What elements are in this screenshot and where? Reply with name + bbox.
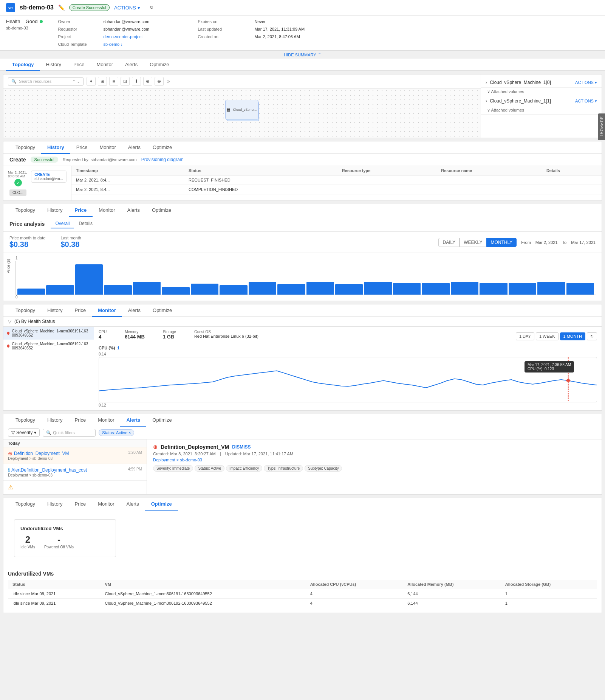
- optimize-tab-alerts[interactable]: Alerts: [120, 498, 145, 511]
- monitor-tab-alerts[interactable]: Alerts: [122, 304, 147, 317]
- topology-zoom-in-icon[interactable]: ⊕: [143, 77, 152, 86]
- alerts-tab-topology[interactable]: Topology: [9, 414, 41, 427]
- alert-0-header: ⊕ Definition_Deployment_VM: [8, 450, 128, 456]
- optimize-tab-optimize[interactable]: Optimize: [145, 498, 178, 511]
- provisioning-diagram-link[interactable]: Provisioning diagram: [141, 157, 184, 162]
- edit-icon[interactable]: ✏️: [58, 5, 65, 11]
- topology-zoom-out-icon[interactable]: ⊖: [155, 77, 164, 86]
- optimize-tab-topology[interactable]: Topology: [9, 498, 41, 511]
- history-row-0-type: [337, 175, 437, 185]
- alert-deployment-link[interactable]: Deployment > sb-demo-03: [153, 458, 596, 462]
- severity-filter-btn[interactable]: ▽ Severity ▾: [8, 428, 40, 437]
- tab-optimize[interactable]: Optimize: [144, 59, 175, 71]
- optimize-table: Status VM Allocated CPU (vCPUs) Allocate…: [8, 580, 597, 608]
- dismiss-button[interactable]: DISMISS: [232, 444, 251, 450]
- powered-off-label: Powered Off VMs: [44, 545, 74, 549]
- vm-list-item-1[interactable]: Cloud_vSphere_Machine_1-mcm306192-163009…: [3, 340, 94, 352]
- tab-monitor[interactable]: Monitor: [91, 59, 119, 71]
- tab-history[interactable]: History: [40, 59, 67, 71]
- price-tab-price[interactable]: Price: [69, 204, 93, 217]
- alerts-tab-history[interactable]: History: [41, 414, 68, 427]
- tooltip-value: CPU (%): 0.123: [528, 367, 571, 371]
- tab-topology[interactable]: Topology: [6, 59, 40, 71]
- topology-image-icon[interactable]: ⊡: [121, 77, 130, 86]
- close-button[interactable]: CLO...: [9, 189, 26, 196]
- price-tab-monitor[interactable]: Monitor: [93, 204, 121, 217]
- topology-expand-icon[interactable]: »: [167, 78, 170, 85]
- expires-val: Never: [254, 19, 349, 25]
- time-btn-1week[interactable]: 1 WEEK: [536, 332, 559, 340]
- history-col-details: Details: [542, 166, 602, 175]
- topology-download-icon[interactable]: ⬇: [132, 77, 141, 86]
- period-monthly-btn[interactable]: MONTHLY: [486, 238, 517, 247]
- alerts-tab-price[interactable]: Price: [69, 414, 92, 427]
- price-subtab-details[interactable]: Details: [74, 219, 97, 228]
- price-tab-history[interactable]: History: [41, 204, 68, 217]
- price-bar-11: [335, 284, 363, 295]
- topology-node-icon[interactable]: ✦: [87, 77, 96, 86]
- period-weekly-btn[interactable]: WEEKLY: [460, 238, 486, 247]
- history-tab-topology[interactable]: Topology: [9, 141, 41, 154]
- history-row-0-timestamp: Mar 2, 2021, 8:4...: [71, 175, 184, 185]
- cpu-label: CPU: [99, 330, 107, 334]
- history-tab-price[interactable]: Price: [70, 141, 94, 154]
- alert-sub-1: Deployment > sb-demo-03: [8, 473, 142, 477]
- monitor-tab-price[interactable]: Price: [69, 304, 92, 317]
- memory-val: 6144 MB: [125, 334, 145, 340]
- price-tab-alerts[interactable]: Alerts: [121, 204, 146, 217]
- history-row-0: Mar 2, 2021, 8:4... REQUEST_FINISHED: [71, 175, 602, 185]
- monitor-tab-optimize[interactable]: Optimize: [147, 304, 178, 317]
- alerts-tab-monitor[interactable]: Monitor: [92, 414, 120, 427]
- topology-icon-group: ✦ ⊞ ≡ ⊡ ⬇ ⊕ ⊖: [87, 77, 164, 86]
- support-tab[interactable]: SUPPORT: [598, 113, 605, 140]
- refresh-icon[interactable]: ↻: [150, 5, 153, 10]
- time-btn-1day[interactable]: 1 DAY: [516, 332, 534, 340]
- hide-summary-button[interactable]: HIDE SUMMARY ⌃: [0, 51, 605, 59]
- history-tab-optimize[interactable]: Optimize: [147, 141, 178, 154]
- alert-time-0: 3:20 AM: [128, 450, 142, 455]
- price-section: Topology History Price Monitor Alerts Op…: [3, 204, 602, 301]
- price-subtab-overall[interactable]: Overall: [51, 219, 74, 228]
- project-val[interactable]: demo-vcenter-project: [103, 34, 198, 40]
- monitor-tab-topology[interactable]: Topology: [9, 304, 41, 317]
- history-tab-monitor[interactable]: Monitor: [93, 141, 122, 154]
- time-btn-1month[interactable]: 1 MONTH: [560, 332, 586, 340]
- alerts-tab-alerts[interactable]: Alerts: [120, 414, 146, 427]
- topology-search-box[interactable]: 🔍 Search resources ⌃ ⌄: [8, 77, 84, 86]
- period-daily-btn[interactable]: DAILY: [438, 238, 460, 247]
- vm-list-item-0[interactable]: Cloud_vSphere_Machine_1-mcm306191-163009…: [3, 327, 94, 340]
- cloud-template-val[interactable]: sb-demo ↓: [103, 41, 198, 47]
- history-row-0-status: REQUEST_FINISHED: [184, 175, 337, 185]
- monitor-tab-monitor[interactable]: Monitor: [92, 304, 122, 317]
- health-indicator: [40, 20, 43, 23]
- monitor-tab-history[interactable]: History: [41, 304, 68, 317]
- history-tab-history[interactable]: History: [41, 141, 70, 154]
- timeline-user: sbhandari@vm...: [34, 177, 63, 181]
- price-bar-9: [277, 284, 305, 295]
- actions-button[interactable]: ACTIONS ▾: [114, 5, 140, 11]
- topo-vm-actions-0[interactable]: ACTIONS ▾: [575, 80, 597, 85]
- history-tab-alerts[interactable]: Alerts: [122, 141, 147, 154]
- topo-vm-actions-1[interactable]: ACTIONS ▾: [575, 99, 597, 104]
- alerts-tab-optimize[interactable]: Optimize: [146, 414, 178, 427]
- tab-alerts[interactable]: Alerts: [119, 59, 144, 71]
- refresh-monitor-icon[interactable]: ↻: [587, 332, 597, 340]
- alert-title-text: Definition_Deployment_VM: [161, 444, 229, 450]
- tab-price[interactable]: Price: [67, 59, 91, 71]
- health-info: Health Good sb-demo-03: [6, 19, 43, 47]
- cloud-node-label: Cloud_vSpher...: [233, 108, 257, 112]
- optimize-table-title: Underutilized VMs: [8, 571, 597, 577]
- alert-item-1[interactable]: 4:59 PM ℹ AlertDefinition_Deployment_has…: [3, 464, 147, 481]
- alerts-quick-filter[interactable]: 🔍 Quick filters: [43, 429, 96, 437]
- alert-item-2[interactable]: ⚠: [3, 481, 147, 494]
- topology-grid-icon[interactable]: ⊞: [98, 77, 107, 86]
- price-tab-optimize[interactable]: Optimize: [146, 204, 177, 217]
- price-tab-topology[interactable]: Topology: [9, 204, 41, 217]
- cloud-node[interactable]: 🖥 Cloud_vSpher...: [225, 100, 259, 121]
- optimize-tab-price[interactable]: Price: [69, 498, 92, 511]
- optimize-tab-monitor[interactable]: Monitor: [92, 498, 120, 511]
- optimize-tab-history[interactable]: History: [41, 498, 68, 511]
- price-bar-19: [566, 283, 594, 295]
- topology-list-icon[interactable]: ≡: [109, 77, 118, 86]
- alert-item-0[interactable]: 3:20 AM ⊕ Definition_Deployment_VM Deplo…: [3, 447, 147, 464]
